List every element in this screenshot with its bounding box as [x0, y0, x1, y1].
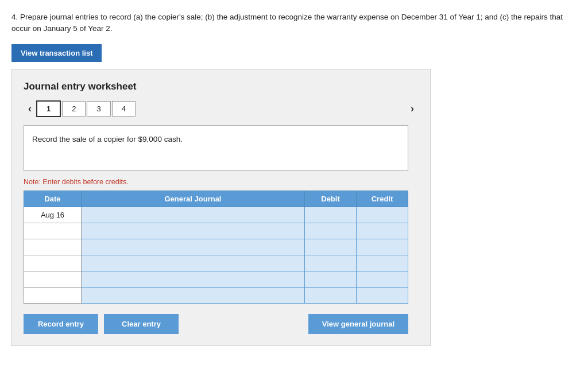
question-text: 4. Prepare journal entries to record (a)…: [11, 11, 577, 35]
table-row-credit-4[interactable]: [357, 271, 408, 287]
view-general-journal-button[interactable]: View general journal: [308, 314, 408, 334]
table-row-date-4: [24, 271, 82, 287]
tab-3[interactable]: 3: [87, 101, 110, 117]
table-row-debit-3[interactable]: [305, 255, 357, 271]
record-entry-button[interactable]: Record entry: [24, 314, 98, 334]
table-row-journal-0[interactable]: [82, 207, 305, 223]
table-row-date-2: [24, 239, 82, 255]
table-row-credit-5[interactable]: [357, 287, 408, 303]
table-row-journal-5[interactable]: [82, 287, 305, 303]
worksheet-title: Journal entry worksheet: [24, 81, 419, 92]
table-row-debit-0[interactable]: [305, 207, 357, 223]
clear-entry-button[interactable]: Clear entry: [104, 314, 179, 334]
table-row-date-5: [24, 287, 82, 303]
header-journal: General Journal: [82, 191, 305, 207]
table-row-journal-2[interactable]: [82, 239, 305, 255]
table-row-date-3: [24, 255, 82, 271]
table-row-debit-5[interactable]: [305, 287, 357, 303]
worksheet-container: Journal entry worksheet ‹ 1 2 3 4 › Reco…: [11, 69, 431, 346]
table-row-credit-0[interactable]: [357, 207, 408, 223]
description-box: Record the sale of a copier for $9,000 c…: [24, 125, 408, 171]
table-row-date-0: Aug 16: [24, 207, 82, 223]
tab-4[interactable]: 4: [112, 101, 136, 117]
tab-1[interactable]: 1: [36, 100, 61, 117]
table-row-date-1: [24, 223, 82, 239]
table-row-debit-4[interactable]: [305, 271, 357, 287]
header-date: Date: [24, 191, 82, 207]
table-row-journal-4[interactable]: [82, 271, 305, 287]
table-row-credit-2[interactable]: [357, 239, 408, 255]
view-transaction-button[interactable]: View transaction list: [11, 44, 102, 62]
next-tab-button[interactable]: ›: [406, 100, 419, 117]
note-text: Note: Enter debits before credits.: [24, 178, 419, 186]
header-credit: Credit: [357, 191, 408, 207]
table-row-debit-1[interactable]: [305, 223, 357, 239]
table-row-credit-1[interactable]: [357, 223, 408, 239]
action-buttons: Record entry Clear entry View general jo…: [24, 314, 408, 334]
prev-tab-button[interactable]: ‹: [24, 100, 36, 117]
tab-navigation: ‹ 1 2 3 4 ›: [24, 100, 419, 117]
header-debit: Debit: [305, 191, 357, 207]
journal-table: Date General Journal Debit Credit Aug 16: [24, 191, 408, 304]
table-row-credit-3[interactable]: [357, 255, 408, 271]
table-row-journal-1[interactable]: [82, 223, 305, 239]
table-row-journal-3[interactable]: [82, 255, 305, 271]
tab-2[interactable]: 2: [62, 101, 86, 117]
table-row-debit-2[interactable]: [305, 239, 357, 255]
